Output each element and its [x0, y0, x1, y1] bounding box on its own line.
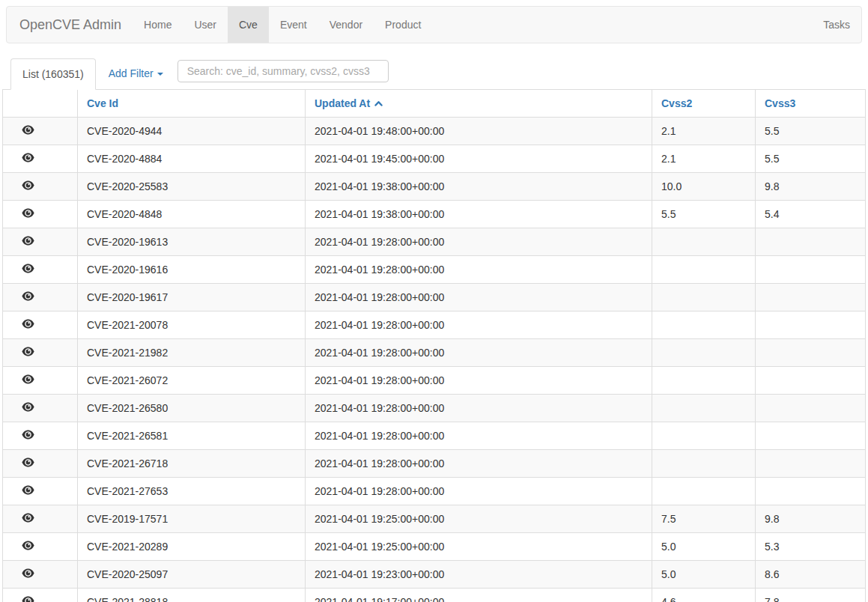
view-cell: [3, 367, 78, 395]
updated-at-cell: 2021-04-01 19:48:00+00:00: [306, 118, 652, 145]
navbar: OpenCVE Admin HomeUserCveEventVendorProd…: [6, 6, 862, 43]
column-header-cvss2: Cvss2: [652, 90, 756, 118]
table-row: CVE-2021-219822021-04-01 19:28:00+00:00: [3, 339, 866, 367]
sort-by-updated-at-link[interactable]: Updated At: [315, 96, 383, 111]
nav-item-cve[interactable]: Cve: [228, 7, 269, 43]
cvss3-cell: 9.8: [756, 173, 866, 201]
cve-id-cell: CVE-2020-25097: [78, 561, 306, 589]
updated-at-cell: 2021-04-01 19:38:00+00:00: [306, 201, 652, 228]
view-cve-button[interactable]: [22, 208, 34, 218]
nav-item-product[interactable]: Product: [374, 7, 432, 43]
table-row: CVE-2021-200782021-04-01 19:28:00+00:00: [3, 311, 866, 339]
eye-icon: [22, 402, 34, 412]
cvss3-cell: [756, 395, 866, 422]
eye-icon: [22, 347, 34, 356]
eye-icon: [22, 485, 34, 495]
view-cell: [3, 118, 78, 145]
view-cell: [3, 422, 78, 450]
updated-at-cell: 2021-04-01 19:17:00+00:00: [306, 589, 652, 602]
cvss2-cell: [652, 228, 756, 256]
view-cve-button[interactable]: [22, 291, 34, 301]
nav-item-user[interactable]: User: [183, 7, 228, 43]
search-input[interactable]: [177, 60, 389, 82]
table-row: CVE-2020-196132021-04-01 19:28:00+00:00: [3, 228, 866, 256]
eye-icon: [22, 513, 34, 523]
eye-icon: [22, 236, 34, 246]
sort-by-cve-id-link[interactable]: Cve Id: [87, 96, 118, 111]
view-cve-button[interactable]: [22, 319, 34, 329]
nav-item-home[interactable]: Home: [133, 7, 183, 43]
view-cell: [3, 478, 78, 505]
cvss2-cell: 5.0: [652, 561, 756, 589]
cve-id-cell: CVE-2020-4848: [78, 201, 306, 228]
brand[interactable]: OpenCVE Admin: [7, 7, 133, 43]
sort-by-cvss2-link[interactable]: Cvss2: [661, 96, 692, 111]
cvss3-cell: [756, 450, 866, 478]
view-cve-button[interactable]: [22, 153, 34, 162]
eye-icon: [22, 264, 34, 273]
sort-by-cvss3-link[interactable]: Cvss3: [765, 96, 795, 111]
view-cve-button[interactable]: [22, 236, 34, 246]
view-cve-button[interactable]: [22, 374, 34, 384]
table-row: CVE-2020-49442021-04-01 19:48:00+00:002.…: [3, 118, 866, 145]
eye-icon: [22, 319, 34, 329]
view-cve-button[interactable]: [22, 430, 34, 440]
cve-id-cell: CVE-2020-4944: [78, 118, 306, 145]
eye-icon: [22, 291, 34, 301]
view-cve-button[interactable]: [22, 568, 34, 578]
view-cell: [3, 505, 78, 533]
cve-id-cell: CVE-2021-20289: [78, 533, 306, 561]
view-cve-button[interactable]: [22, 485, 34, 495]
cve-id-cell: CVE-2021-26581: [78, 422, 306, 450]
table-row: CVE-2021-288182021-04-01 19:17:00+00:004…: [3, 589, 866, 602]
eye-icon: [22, 596, 34, 602]
cvss3-cell: 5.5: [756, 145, 866, 173]
updated-at-cell: 2021-04-01 19:25:00+00:00: [306, 533, 652, 561]
nav-item-event[interactable]: Event: [269, 7, 318, 43]
view-cell: [3, 284, 78, 311]
column-header-cve-id: Cve Id: [78, 90, 306, 118]
cvss3-cell: 8.6: [756, 561, 866, 589]
add-filter-label: Add Filter: [109, 66, 154, 81]
eye-icon: [22, 457, 34, 467]
view-cve-button[interactable]: [22, 457, 34, 467]
cvss3-cell: [756, 311, 866, 339]
view-cell: [3, 450, 78, 478]
navbar-menu: HomeUserCveEventVendorProduct: [133, 7, 432, 43]
table-row: CVE-2021-267182021-04-01 19:28:00+00:00: [3, 450, 866, 478]
view-cve-button[interactable]: [22, 125, 34, 135]
cve-id-cell: CVE-2021-26718: [78, 450, 306, 478]
cve-id-cell: CVE-2021-27653: [78, 478, 306, 505]
updated-at-cell: 2021-04-01 19:28:00+00:00: [306, 422, 652, 450]
view-cve-button[interactable]: [22, 596, 34, 602]
updated-at-cell: 2021-04-01 19:28:00+00:00: [306, 450, 652, 478]
updated-at-cell: 2021-04-01 19:45:00+00:00: [306, 145, 652, 173]
cve-id-cell: CVE-2020-4884: [78, 145, 306, 173]
eye-icon: [22, 125, 34, 135]
tab-list[interactable]: List (160351): [10, 58, 96, 90]
cvss3-cell: 7.8: [756, 589, 866, 602]
view-cell: [3, 589, 78, 602]
table-row: CVE-2021-260722021-04-01 19:28:00+00:00: [3, 367, 866, 395]
view-cve-button[interactable]: [22, 402, 34, 412]
nav-item-tasks[interactable]: Tasks: [812, 7, 861, 43]
eye-icon: [22, 541, 34, 550]
view-cve-button[interactable]: [22, 541, 34, 550]
updated-at-cell: 2021-04-01 19:23:00+00:00: [306, 561, 652, 589]
cvss3-cell: [756, 478, 866, 505]
view-cve-button[interactable]: [22, 180, 34, 190]
cve-id-cell: CVE-2021-20078: [78, 311, 306, 339]
nav-item-vendor[interactable]: Vendor: [318, 7, 374, 43]
view-cell: [3, 256, 78, 284]
cvss2-cell: [652, 339, 756, 367]
cve-id-cell: CVE-2020-25583: [78, 173, 306, 201]
add-filter-dropdown[interactable]: Add Filter: [97, 58, 174, 88]
eye-icon: [22, 153, 34, 162]
cvss3-cell: [756, 422, 866, 450]
cvss3-cell: 9.8: [756, 505, 866, 533]
view-cve-button[interactable]: [22, 347, 34, 356]
view-cve-button[interactable]: [22, 264, 34, 273]
view-cve-button[interactable]: [22, 513, 34, 523]
column-header-cvss3: Cvss3: [756, 90, 866, 118]
cvss3-cell: 5.3: [756, 533, 866, 561]
